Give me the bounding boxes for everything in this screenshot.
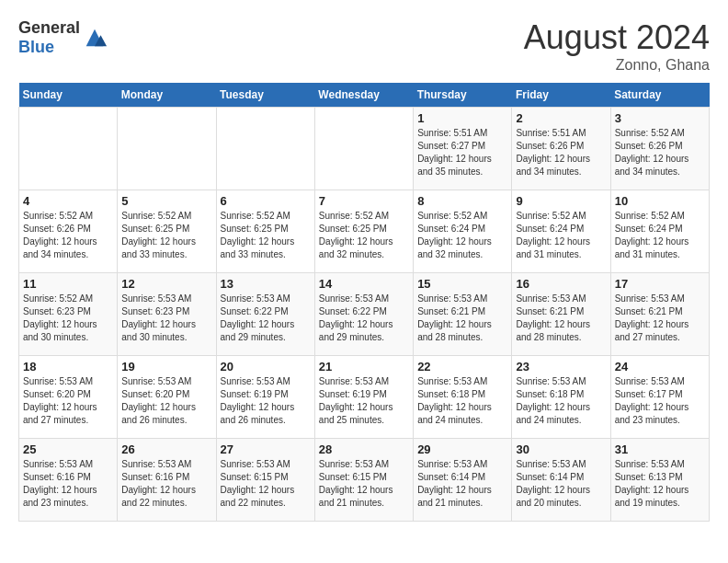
- day-number: 24: [615, 360, 705, 373]
- day-info: Sunrise: 5:52 AM Sunset: 6:24 PM Dayligh…: [516, 210, 606, 261]
- day-info: Sunrise: 5:52 AM Sunset: 6:25 PM Dayligh…: [319, 210, 409, 261]
- weekday-header-monday: Monday: [118, 83, 216, 108]
- calendar-cell: 2Sunrise: 5:51 AM Sunset: 6:26 PM Daylig…: [512, 108, 610, 190]
- calendar-cell: 22Sunrise: 5:53 AM Sunset: 6:18 PM Dayli…: [414, 356, 512, 439]
- day-info: Sunrise: 5:51 AM Sunset: 6:27 PM Dayligh…: [417, 127, 507, 178]
- day-info: Sunrise: 5:53 AM Sunset: 6:23 PM Dayligh…: [121, 293, 211, 344]
- day-info: Sunrise: 5:53 AM Sunset: 6:16 PM Dayligh…: [121, 458, 211, 510]
- day-number: 13: [221, 277, 311, 291]
- location: Zonno, Ghana: [524, 57, 710, 74]
- day-info: Sunrise: 5:53 AM Sunset: 6:18 PM Dayligh…: [417, 375, 507, 427]
- day-number: 12: [121, 277, 211, 291]
- day-number: 6: [221, 194, 311, 208]
- day-info: Sunrise: 5:53 AM Sunset: 6:14 PM Dayligh…: [417, 458, 507, 510]
- page-header: General Blue August 2024 Zonno, Ghana: [18, 18, 710, 74]
- day-info: Sunrise: 5:53 AM Sunset: 6:20 PM Dayligh…: [121, 375, 211, 427]
- title-area: August 2024 Zonno, Ghana: [524, 18, 710, 74]
- day-info: Sunrise: 5:53 AM Sunset: 6:15 PM Dayligh…: [319, 458, 409, 510]
- day-number: 22: [417, 360, 507, 373]
- day-info: Sunrise: 5:52 AM Sunset: 6:26 PM Dayligh…: [23, 210, 113, 261]
- day-number: 3: [615, 111, 705, 125]
- day-info: Sunrise: 5:52 AM Sunset: 6:26 PM Dayligh…: [615, 127, 705, 178]
- calendar-table: SundayMondayTuesdayWednesdayThursdayFrid…: [18, 83, 710, 522]
- day-info: Sunrise: 5:53 AM Sunset: 6:20 PM Dayligh…: [23, 375, 113, 427]
- calendar-cell: 27Sunrise: 5:53 AM Sunset: 6:15 PM Dayli…: [216, 439, 314, 522]
- calendar-week-row: 18Sunrise: 5:53 AM Sunset: 6:20 PM Dayli…: [19, 356, 710, 439]
- day-number: 28: [319, 442, 409, 456]
- logo-icon: [82, 25, 108, 51]
- calendar-cell: 15Sunrise: 5:53 AM Sunset: 6:21 PM Dayli…: [414, 273, 512, 356]
- calendar-cell: 4Sunrise: 5:52 AM Sunset: 6:26 PM Daylig…: [19, 190, 118, 273]
- day-info: Sunrise: 5:53 AM Sunset: 6:17 PM Dayligh…: [615, 375, 705, 427]
- day-number: 29: [417, 442, 507, 456]
- day-number: 23: [516, 360, 606, 373]
- calendar-cell: [216, 108, 314, 190]
- day-info: Sunrise: 5:53 AM Sunset: 6:21 PM Dayligh…: [615, 293, 705, 344]
- calendar-week-row: 11Sunrise: 5:52 AM Sunset: 6:23 PM Dayli…: [19, 273, 710, 356]
- calendar-cell: 17Sunrise: 5:53 AM Sunset: 6:21 PM Dayli…: [610, 273, 709, 356]
- day-number: 10: [615, 194, 705, 208]
- calendar-cell: 21Sunrise: 5:53 AM Sunset: 6:19 PM Dayli…: [314, 356, 413, 439]
- calendar-cell: 3Sunrise: 5:52 AM Sunset: 6:26 PM Daylig…: [610, 108, 709, 190]
- calendar-cell: 28Sunrise: 5:53 AM Sunset: 6:15 PM Dayli…: [314, 439, 413, 522]
- day-info: Sunrise: 5:53 AM Sunset: 6:15 PM Dayligh…: [221, 458, 311, 510]
- calendar-cell: 26Sunrise: 5:53 AM Sunset: 6:16 PM Dayli…: [118, 439, 216, 522]
- calendar-cell: 24Sunrise: 5:53 AM Sunset: 6:17 PM Dayli…: [610, 356, 709, 439]
- calendar-cell: 8Sunrise: 5:52 AM Sunset: 6:24 PM Daylig…: [414, 190, 512, 273]
- day-info: Sunrise: 5:53 AM Sunset: 6:18 PM Dayligh…: [516, 375, 606, 427]
- logo: General Blue: [18, 18, 108, 57]
- day-number: 27: [221, 442, 311, 456]
- day-info: Sunrise: 5:53 AM Sunset: 6:21 PM Dayligh…: [516, 293, 606, 344]
- calendar-cell: 11Sunrise: 5:52 AM Sunset: 6:23 PM Dayli…: [19, 273, 118, 356]
- day-number: 30: [516, 442, 606, 456]
- day-info: Sunrise: 5:53 AM Sunset: 6:22 PM Dayligh…: [319, 293, 409, 344]
- day-number: 15: [417, 277, 507, 291]
- calendar-cell: [118, 108, 216, 190]
- calendar-cell: 29Sunrise: 5:53 AM Sunset: 6:14 PM Dayli…: [414, 439, 512, 522]
- calendar-cell: 6Sunrise: 5:52 AM Sunset: 6:25 PM Daylig…: [216, 190, 314, 273]
- day-info: Sunrise: 5:52 AM Sunset: 6:24 PM Dayligh…: [615, 210, 705, 261]
- day-info: Sunrise: 5:52 AM Sunset: 6:23 PM Dayligh…: [23, 293, 113, 344]
- calendar-cell: 5Sunrise: 5:52 AM Sunset: 6:25 PM Daylig…: [118, 190, 216, 273]
- day-info: Sunrise: 5:53 AM Sunset: 6:16 PM Dayligh…: [23, 458, 113, 510]
- day-number: 8: [417, 194, 507, 208]
- day-info: Sunrise: 5:53 AM Sunset: 6:19 PM Dayligh…: [221, 375, 311, 427]
- calendar-cell: 7Sunrise: 5:52 AM Sunset: 6:25 PM Daylig…: [314, 190, 413, 273]
- weekday-header-sunday: Sunday: [19, 83, 118, 108]
- day-number: 20: [221, 360, 311, 373]
- day-number: 18: [23, 360, 113, 373]
- day-number: 21: [319, 360, 409, 373]
- logo-text: General Blue: [18, 18, 80, 57]
- day-info: Sunrise: 5:52 AM Sunset: 6:25 PM Dayligh…: [221, 210, 311, 261]
- calendar-cell: 16Sunrise: 5:53 AM Sunset: 6:21 PM Dayli…: [512, 273, 610, 356]
- day-number: 19: [121, 360, 211, 373]
- day-number: 9: [516, 194, 606, 208]
- calendar-cell: 9Sunrise: 5:52 AM Sunset: 6:24 PM Daylig…: [512, 190, 610, 273]
- weekday-header-wednesday: Wednesday: [314, 83, 413, 108]
- day-info: Sunrise: 5:53 AM Sunset: 6:21 PM Dayligh…: [417, 293, 507, 344]
- calendar-cell: 10Sunrise: 5:52 AM Sunset: 6:24 PM Dayli…: [610, 190, 709, 273]
- day-info: Sunrise: 5:53 AM Sunset: 6:14 PM Dayligh…: [516, 458, 606, 510]
- day-number: 17: [615, 277, 705, 291]
- day-number: 11: [23, 277, 113, 291]
- weekday-header-saturday: Saturday: [610, 83, 709, 108]
- day-number: 31: [615, 442, 705, 456]
- month-title: August 2024: [524, 18, 710, 57]
- calendar-cell: [314, 108, 413, 190]
- day-info: Sunrise: 5:52 AM Sunset: 6:25 PM Dayligh…: [121, 210, 211, 261]
- calendar-week-row: 25Sunrise: 5:53 AM Sunset: 6:16 PM Dayli…: [19, 439, 710, 522]
- day-info: Sunrise: 5:53 AM Sunset: 6:19 PM Dayligh…: [319, 375, 409, 427]
- calendar-cell: 13Sunrise: 5:53 AM Sunset: 6:22 PM Dayli…: [216, 273, 314, 356]
- calendar-cell: 12Sunrise: 5:53 AM Sunset: 6:23 PM Dayli…: [118, 273, 216, 356]
- day-number: 2: [516, 111, 606, 125]
- logo-blue: Blue: [18, 38, 54, 56]
- day-number: 25: [23, 442, 113, 456]
- calendar-cell: [19, 108, 118, 190]
- day-info: Sunrise: 5:53 AM Sunset: 6:13 PM Dayligh…: [615, 458, 705, 510]
- weekday-header-thursday: Thursday: [414, 83, 512, 108]
- day-number: 5: [121, 194, 211, 208]
- calendar-cell: 14Sunrise: 5:53 AM Sunset: 6:22 PM Dayli…: [314, 273, 413, 356]
- weekday-header-friday: Friday: [512, 83, 610, 108]
- calendar-cell: 23Sunrise: 5:53 AM Sunset: 6:18 PM Dayli…: [512, 356, 610, 439]
- day-info: Sunrise: 5:52 AM Sunset: 6:24 PM Dayligh…: [417, 210, 507, 261]
